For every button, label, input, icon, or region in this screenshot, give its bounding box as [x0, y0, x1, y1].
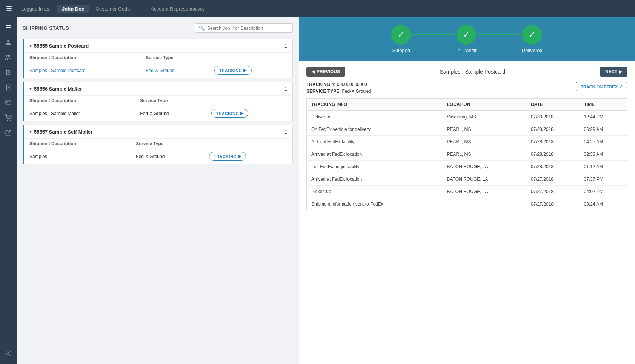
time-cell: 07:37 PM [580, 173, 627, 186]
sidebar-icon-user[interactable] [2, 35, 15, 49]
shipped-label: Shipped [392, 48, 410, 53]
next-arrow-icon: ▶ [619, 69, 622, 74]
job-card-55557: ▾ 55557 Sample Self-Mailer 1 Shipment De… [23, 125, 293, 164]
intransit-label: In Transit [456, 48, 476, 53]
service-type-cell-2: Fed-X Ground [135, 106, 206, 121]
date-cell: 07/28/2018 [526, 123, 580, 136]
location-cell: Vicksburg, MS [443, 111, 526, 123]
job-count-55557: 1 [284, 129, 287, 135]
hamburger-icon[interactable]: ☰ [6, 5, 12, 13]
svg-point-2 [8, 55, 10, 57]
location-cell: PEARL, MS [443, 148, 526, 161]
col-location: LOCATION [443, 99, 526, 111]
tracking-number-row: TRACKING #: 000000000000 [306, 82, 371, 87]
shipment-desc-cell-2: Samples - Sample Mailer [24, 106, 135, 121]
location-cell [443, 198, 526, 210]
location-cell: BATON ROUGE, LA [443, 173, 526, 186]
sidebar-icon-mail[interactable] [2, 96, 15, 109]
time-cell: 04:02 PM [580, 186, 627, 198]
date-cell: 07/27/2018 [526, 173, 580, 186]
chevron-down-icon-2[interactable]: ▾ [29, 86, 32, 91]
tracking-table-header-row: TRACKING INFO LOCATION DATE TIME [307, 99, 627, 111]
tracking-btn-cell: TRACKING ▶ [209, 63, 292, 78]
date-cell: 07/27/2018 [526, 198, 580, 210]
delivered-label: Delivered [522, 48, 543, 53]
table-row: Arrived at FedEx location BATON ROUGE, L… [307, 173, 627, 186]
table-row: Picked up BATON ROUGE, LA 07/27/2018 04:… [307, 186, 627, 198]
next-button[interactable]: NEXT ▶ [600, 67, 627, 77]
tracking-detail: ◀ PREVIOUS Samples - Sample Postcard NEX… [299, 61, 635, 217]
date-cell: 07/28/2018 [526, 161, 580, 173]
job-table-55555: Shipment Description Service Type Sample… [24, 53, 292, 78]
sidebar: ☰ [0, 17, 17, 364]
tracking-table: TRACKING INFO LOCATION DATE TIME Deliver… [306, 98, 627, 210]
time-cell: 09:24 AM [580, 198, 627, 210]
table-row: At local FedEx facility PEARL, MS 07/28/… [307, 136, 627, 148]
shipped-circle: ✓ [391, 25, 411, 45]
sidebar-icon-clipboard[interactable] [2, 66, 15, 79]
account-rep-label: Account Representative: [151, 6, 204, 12]
tracking-info-cell: Shipment information sent to FedEx [307, 198, 443, 210]
col-service-type-2: Service Type [135, 96, 206, 106]
search-icon: 🔍 [199, 25, 205, 31]
col-shipment-desc-2: Shipment Description [24, 96, 135, 106]
job-card-55555: ▾ 55555 Sample Postcard 1 Shipment Descr… [23, 39, 293, 78]
date-cell: 07/27/2018 [526, 186, 580, 198]
col-tracking-action [209, 53, 292, 63]
previous-button[interactable]: ◀ PREVIOUS [306, 67, 345, 77]
tracking-btn-cell-2: TRACKING ▶ [206, 106, 292, 121]
tracking-info-cell: Arrived at FedEx location [307, 173, 443, 186]
job-count-55556: 1 [284, 86, 287, 92]
job-title-55557: 55557 Sample Self-Mailer [34, 129, 92, 135]
col-shipment-desc: Shipment Description [24, 53, 140, 63]
search-input[interactable] [207, 26, 289, 31]
service-type-cell: Fed-X Ground [140, 63, 209, 78]
search-box: 🔍 [195, 23, 293, 33]
tracking-arrow-icon-2: ▶ [240, 111, 243, 116]
sidebar-icon-cart[interactable] [2, 111, 15, 124]
time-cell: 01:12 AM [580, 161, 627, 173]
col-tracking-action-2 [206, 96, 292, 106]
sidebar-icon-group[interactable] [2, 51, 15, 64]
location-cell: PEARL, MS [443, 123, 526, 136]
svg-point-0 [7, 40, 9, 42]
svg-point-11 [7, 120, 8, 121]
tracking-info-cell: Left FedEx origin facility [307, 161, 443, 173]
date-cell: 07/28/2018 [526, 148, 580, 161]
sidebar-icon-menu[interactable]: ☰ [2, 20, 15, 34]
tracking-meta: TRACKING #: 000000000000 SERVICE TYPE: F… [306, 82, 627, 94]
status-step-delivered: ✓ Delivered [522, 25, 543, 53]
col-service-type: Service Type [140, 53, 209, 63]
track-on-fedex-button[interactable]: TRACK ON FEDEX ↗ [576, 82, 627, 91]
shipment-desc-cell[interactable]: Samples - Sample Postcard [24, 63, 140, 78]
tracking-button-55555[interactable]: TRACKING ▶ [214, 66, 252, 75]
table-row: On FedEx vehicle for delivery PEARL, MS … [307, 123, 627, 136]
sidebar-icon-document[interactable] [2, 81, 15, 94]
logged-in-label: Logged in as: [21, 6, 51, 12]
svg-line-13 [8, 130, 11, 133]
tracking-button-55556[interactable]: TRACKING ▶ [211, 109, 249, 118]
shipment-title: Samples - Sample Postcard [440, 69, 506, 75]
col-tracking-action-3 [204, 139, 292, 149]
sidebar-icon-export[interactable] [2, 126, 15, 140]
time-cell: 02:38 AM [580, 148, 627, 161]
status-step-shipped: ✓ Shipped [391, 25, 411, 53]
prev-arrow-icon: ◀ [312, 69, 315, 74]
date-cell: 07/30/2018 [526, 111, 580, 123]
col-date: DATE [526, 99, 580, 111]
tracking-arrow-icon-3: ▶ [238, 154, 241, 159]
tracking-button-55557[interactable]: TRACKING ▶ [209, 152, 246, 161]
right-panel: ✓ Shipped ✓ In Transit ✓ Delivered [299, 17, 635, 364]
sidebar-icon-settings[interactable] [2, 347, 15, 360]
nav-divider: | [140, 6, 141, 12]
col-time: TIME [580, 99, 627, 111]
col-tracking-info: TRACKING INFO [307, 99, 443, 111]
svg-point-14 [8, 353, 9, 355]
job-table-55557: Shipment Description Service Type Sample… [24, 139, 292, 164]
job-card-header-55557: ▾ 55557 Sample Self-Mailer 1 [24, 125, 292, 139]
job-title-55556: 55556 Sample Mailer [34, 86, 82, 92]
shipment-desc-cell-3: Samples [24, 149, 131, 164]
chevron-down-icon-3[interactable]: ▾ [29, 129, 32, 134]
table-row: Delivered Vicksburg, MS 07/30/2018 12:44… [307, 111, 627, 123]
chevron-down-icon[interactable]: ▾ [29, 43, 32, 48]
